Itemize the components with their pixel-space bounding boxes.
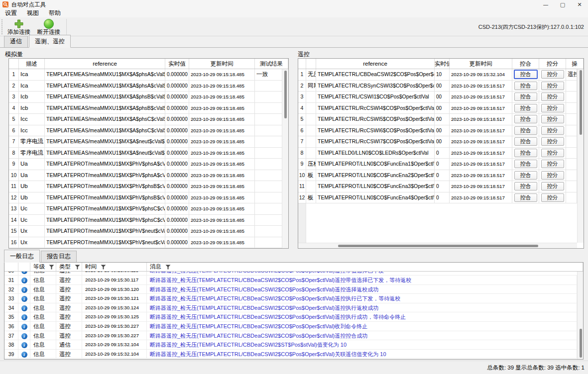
control-close-button[interactable]: 控合 <box>514 93 537 101</box>
close-button[interactable]: ✕ <box>571 0 588 9</box>
table-row[interactable]: 16 Ux TEMPLATEPROT/meaMMXU1$MX$PhV$neut$… <box>9 237 283 249</box>
control-close-button[interactable]: 控合 <box>514 104 537 112</box>
table-row[interactable]: 14 Uc TEMPLATEPROT/meaMMXU1$MX$PhV$phsC$… <box>9 215 283 226</box>
filter-funnel-icon[interactable] <box>101 265 106 270</box>
table-row[interactable]: 11 Ub TEMPLATEPROT/meaMMXU1$MX$PhV$phsB$… <box>9 181 283 192</box>
menu-item[interactable]: 视图 <box>22 9 44 17</box>
control-open-button[interactable]: 控分 <box>541 193 564 202</box>
header-reference[interactable]: reference <box>316 59 435 69</box>
log-tab[interactable]: 报告日志 <box>41 251 77 262</box>
filter-funnel-icon[interactable] <box>75 265 80 270</box>
table-row[interactable]: 1 无压 TEMPLATECTRL/CBDeaCSWI2$CO$Pos$Oper… <box>298 69 577 81</box>
scrollbar-thumb[interactable] <box>338 245 538 247</box>
filter-funnel-icon[interactable] <box>49 265 54 270</box>
table-row[interactable]: 2 Ica TEMPLATEMEAS/meaMMXU1$MX$A$phsA$cV… <box>9 81 283 92</box>
control-close-button[interactable]: 控合 <box>514 171 537 180</box>
control-vertical-scrollbar[interactable] <box>577 69 584 243</box>
control-open-button[interactable]: 控分 <box>541 82 564 90</box>
log-tab[interactable]: 一般日志 <box>4 250 40 263</box>
log-row[interactable]: 32 i 信息 遥控 2023-10-29 09:15:30.120 断路器遥控… <box>4 285 577 294</box>
log-row[interactable]: 37 i 信息 遥控 2023-10-29 09:15:30.227 断路器遥控… <box>4 331 577 341</box>
log-row[interactable]: 31 i 信息 遥控 2023-10-29 09:15:30.117 断路器遥控… <box>4 276 577 285</box>
control-open-button[interactable]: 控分 <box>541 126 564 135</box>
header-time[interactable]: 更新时间 <box>450 59 512 69</box>
table-row[interactable]: 3 Icb TEMPLATEMEAS/meaMMXU1$MX$A$phsB$cV… <box>9 92 283 103</box>
main-tab[interactable]: 遥测、遥控 <box>29 35 71 48</box>
filter-funnel-icon[interactable] <box>165 265 171 270</box>
table-row[interactable]: 7 零序电流 TEMPLATEMEAS/meaMMXU1$MX$A$neut$c… <box>9 136 283 148</box>
log-row[interactable]: 36 i 信息 遥控 2023-10-29 09:15:30.227 断路器遥控… <box>4 322 577 331</box>
table-row[interactable]: 6 TEMPLATECTRL/RcCSWI6$CO$Pos$Oper$ctlVa… <box>298 125 577 137</box>
table-row[interactable]: 12 Ub TEMPLATEPROT/meaMMXU1$MX$PhV$phsB$… <box>9 192 283 204</box>
header-time[interactable]: 更新时间 <box>189 59 255 69</box>
log-row[interactable]: 33 i 信息 遥控 2023-10-29 09:15:30.121 断路器遥控… <box>4 294 577 303</box>
minimize-button[interactable]: — <box>537 0 554 9</box>
table-row[interactable]: 15 Ux TEMPLATEPROT/meaMMXU1$MX$PhV$neut$… <box>9 226 283 237</box>
control-close-button[interactable]: 控合 <box>514 182 537 190</box>
control-open-button[interactable]: 控分 <box>541 149 564 157</box>
control-open-button[interactable]: 控分 <box>541 115 564 123</box>
toolbar-grip-handle[interactable] <box>1 19 3 34</box>
table-row[interactable]: 8 零序电流 TEMPLATEMEAS/meaMMXU1$MX$A$neut$c… <box>9 148 283 159</box>
log-row[interactable]: 34 i 信息 遥控 2023-10-29 09:15:30.124 断路器遥控… <box>4 303 577 313</box>
header-control-open[interactable]: 控分 <box>539 59 566 69</box>
table-row[interactable]: 11 TEMPLATEPROT/LLN0$CO$FuncEna3$Oper$ct… <box>298 181 577 192</box>
scrollbar-thumb[interactable] <box>284 71 287 118</box>
control-open-button[interactable]: 控分 <box>541 182 564 190</box>
table-row[interactable]: 3 TEMPLATECTRL/CSWI1$CO$Pos$Oper$ctlVal … <box>298 92 577 103</box>
main-tab[interactable]: 通信 <box>4 36 28 47</box>
control-open-button[interactable]: 控分 <box>541 171 564 180</box>
disconnect-button[interactable]: 断开连接 <box>34 18 64 36</box>
control-close-button[interactable]: 控合 <box>514 149 537 157</box>
table-row[interactable]: 10 板 TEMPLATEPROT/LLN0$CO$FuncEna2$Oper$… <box>298 170 577 182</box>
control-open-button[interactable]: 控分 <box>541 104 564 112</box>
log-row[interactable]: 39 i 信息 遥控 2023-10-29 09:15:32.104 断路器遥控… <box>4 350 577 359</box>
header-rownum[interactable] <box>9 59 19 69</box>
header-extra-clipped[interactable]: 操 <box>566 59 584 69</box>
table-row[interactable]: 13 Uc TEMPLATEPROT/meaMMXU1$MX$PhV$phsC$… <box>9 203 283 215</box>
header-time[interactable]: 时间 <box>82 263 147 271</box>
table-row[interactable]: 9 Ua TEMPLATEPROT/meaMMXU1$MX$PhV$phsA$c… <box>9 159 283 170</box>
table-row[interactable]: 5 TEMPLATECTRL/RcCSWI5$CO$Pos$Oper$ctlVa… <box>298 114 577 125</box>
control-close-button[interactable]: 控合 <box>514 115 537 123</box>
control-horizontal-scrollbar[interactable] <box>298 243 577 248</box>
table-row[interactable]: 6 Icc TEMPLATEMEAS/meaMMXU1$MX$A$phsC$cV… <box>9 125 283 137</box>
control-open-button[interactable]: 控分 <box>541 93 564 101</box>
header-level[interactable]: 等级 <box>30 263 56 271</box>
table-row[interactable]: 1 Ica TEMPLATEMEAS/meaMMXU1$MX$A$phsA$cV… <box>9 69 283 81</box>
table-row[interactable]: 7 TEMPLATECTRL/RcCSWI7$CO$Pos$Oper$ctlVa… <box>298 136 577 148</box>
menu-item[interactable]: 设置 <box>0 9 22 17</box>
header-description[interactable] <box>306 59 316 69</box>
log-row[interactable]: 38 i 信息 通信 2023-10-29 09:15:32.104 断路器遥控… <box>4 340 577 350</box>
control-open-button[interactable]: 控分 <box>541 70 564 79</box>
table-row[interactable]: 4 TEMPLATECTRL/RcCSWI4$CO$Pos$Oper$ctlVa… <box>298 103 577 114</box>
header-type[interactable]: 类型 <box>56 263 82 271</box>
header-rownum[interactable] <box>4 263 18 271</box>
table-row[interactable]: 8 TEMPLATELD0/LLN0$CO$LEDRs$Oper$ctlVal … <box>298 148 577 159</box>
header-reference[interactable]: reference <box>45 59 165 69</box>
header-control-close[interactable]: 控合 <box>512 59 539 69</box>
header-message[interactable]: 消息 <box>147 263 583 271</box>
control-close-button[interactable]: 控合 <box>514 126 537 135</box>
control-close-button[interactable]: 控合 <box>514 160 537 168</box>
table-row[interactable]: 5 Icc TEMPLATEMEAS/meaMMXU1$MX$A$phsC$cV… <box>9 114 283 125</box>
header-result[interactable]: 测试结果 <box>255 59 288 69</box>
table-row[interactable]: 10 Ua TEMPLATEPROT/meaMMXU1$MX$PhV$phsA$… <box>9 170 283 182</box>
add-connection-button[interactable]: 添加连接 <box>4 18 34 36</box>
header-description[interactable]: 描述 <box>19 59 45 69</box>
maximize-button[interactable]: ▢ <box>554 0 571 9</box>
header-icon[interactable] <box>18 263 30 271</box>
control-close-button[interactable]: 控合 <box>514 193 537 202</box>
log-vertical-scrollbar[interactable] <box>577 272 583 359</box>
control-close-button[interactable]: 控合 <box>514 82 537 90</box>
control-close-button[interactable]: 控合 <box>514 137 537 146</box>
menu-item[interactable]: 帮助 <box>44 9 66 17</box>
table-row[interactable]: 2 同期 TEMPLATECTRL/CBSynCSWI3$CO$Pos$Oper… <box>298 81 577 92</box>
table-row[interactable]: 4 Icb TEMPLATEMEAS/meaMMXU1$MX$A$phsB$cV… <box>9 103 283 114</box>
table-row[interactable]: 12 板 TEMPLATEPROT/LLN0$CO$FuncEna4$Oper$… <box>298 192 577 204</box>
header-value[interactable]: 实时值 <box>165 59 189 69</box>
log-row[interactable]: 35 i 信息 遥控 2023-10-29 09:15:30.125 断路器遥控… <box>4 312 577 322</box>
header-value[interactable]: 实时值 <box>435 59 450 69</box>
control-close-button[interactable]: 控合 <box>514 70 538 79</box>
scrollbar-thumb[interactable] <box>580 329 582 358</box>
